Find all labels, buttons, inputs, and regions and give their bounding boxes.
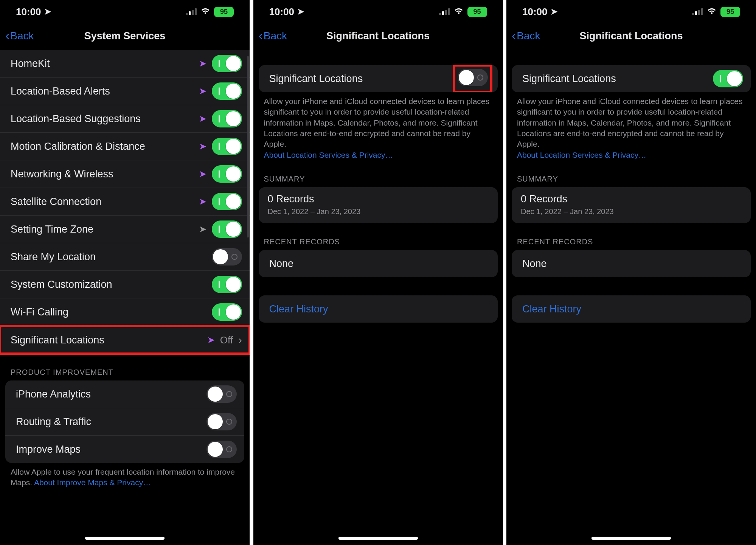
privacy-link[interactable]: About Location Services & Privacy… bbox=[264, 151, 393, 159]
cellular-icon bbox=[692, 8, 703, 15]
battery-icon: 95 bbox=[467, 7, 487, 17]
summary-count: 0 Records bbox=[521, 193, 742, 206]
toggle[interactable] bbox=[212, 165, 242, 183]
row-location-based-suggestions[interactable]: Location-Based Suggestions ➤ bbox=[0, 105, 250, 133]
row-summary[interactable]: 0 Records Dec 1, 2022 – Jan 23, 2023 bbox=[259, 187, 498, 223]
back-button[interactable]: ‹ Back bbox=[259, 30, 287, 42]
row-significant-locations[interactable]: Significant Locations ➤ Off › bbox=[0, 326, 250, 354]
toggle[interactable] bbox=[206, 441, 237, 458]
scrollbar[interactable] bbox=[247, 56, 249, 238]
row-label: Significant Locations bbox=[522, 73, 616, 85]
row-label: iPhone Analytics bbox=[16, 388, 91, 400]
home-indicator[interactable] bbox=[591, 537, 671, 540]
section-footer: Allow Apple to use your frequent locatio… bbox=[0, 463, 250, 488]
location-arrow-icon: ➤ bbox=[199, 224, 206, 234]
row-recent-none: None bbox=[512, 250, 751, 277]
recent-records-section: RECENT RECORDS None bbox=[506, 234, 756, 277]
row-label: Location-Based Alerts bbox=[11, 85, 110, 97]
row-label: Satellite Connection bbox=[11, 196, 101, 208]
toggle[interactable] bbox=[458, 69, 488, 86]
location-icon: ➤ bbox=[551, 7, 557, 17]
section-description: Allow your iPhone and iCloud connected d… bbox=[253, 92, 503, 160]
clear-history-button[interactable]: Clear History bbox=[512, 295, 751, 323]
wifi-icon bbox=[707, 6, 717, 17]
location-arrow-icon: ➤ bbox=[199, 196, 206, 207]
section-header: PRODUCT IMPROVEMENT bbox=[0, 364, 250, 380]
summary-dates: Dec 1, 2022 – Jan 23, 2023 bbox=[268, 207, 489, 216]
nav-bar: ‹ Back Significant Locations bbox=[253, 25, 503, 47]
privacy-link[interactable]: About Improve Maps & Privacy… bbox=[34, 478, 151, 487]
back-button[interactable]: ‹ Back bbox=[512, 30, 540, 42]
back-button[interactable]: ‹ Back bbox=[5, 30, 34, 42]
location-icon: ➤ bbox=[297, 7, 304, 17]
sigloc-toggle-section: Significant Locations Allow your iPhone … bbox=[253, 65, 503, 160]
screen-system-services: 10:00 ➤ 95 ‹ Back System Services bbox=[0, 0, 250, 545]
row-motion-calibration[interactable]: Motion Calibration & Distance ➤ bbox=[0, 133, 250, 160]
row-system-customization[interactable]: System Customization bbox=[0, 271, 250, 298]
row-homekit[interactable]: HomeKit ➤ bbox=[0, 50, 250, 78]
row-wifi-calling[interactable]: Wi-Fi Calling bbox=[0, 298, 250, 326]
row-share-my-location[interactable]: Share My Location bbox=[0, 243, 250, 271]
row-significant-locations-toggle[interactable]: Significant Locations bbox=[259, 65, 498, 92]
toggle[interactable] bbox=[206, 385, 237, 403]
row-label: System Customization bbox=[11, 279, 112, 290]
product-improvement-section: PRODUCT IMPROVEMENT iPhone Analytics Rou… bbox=[0, 364, 250, 488]
row-satellite-connection[interactable]: Satellite Connection ➤ bbox=[0, 188, 250, 216]
toggle[interactable] bbox=[212, 110, 242, 127]
privacy-link[interactable]: About Location Services & Privacy… bbox=[517, 151, 646, 159]
section-header: RECENT RECORDS bbox=[506, 234, 756, 250]
row-label: Significant Locations bbox=[11, 334, 104, 346]
highlight-box bbox=[455, 67, 490, 91]
cellular-icon bbox=[186, 8, 197, 15]
home-indicator[interactable] bbox=[338, 537, 418, 540]
row-improve-maps[interactable]: Improve Maps bbox=[5, 436, 244, 463]
section-header: SUMMARY bbox=[253, 171, 503, 187]
location-arrow-icon: ➤ bbox=[199, 86, 206, 96]
row-value: Off bbox=[220, 334, 233, 346]
screen-significant-locations-off: 10:00 ➤ 95 ‹ Back Significant Locations bbox=[253, 0, 503, 545]
row-iphone-analytics[interactable]: iPhone Analytics bbox=[5, 380, 244, 408]
location-icon: ➤ bbox=[44, 7, 51, 17]
row-label: Clear History bbox=[522, 303, 581, 315]
row-label: None bbox=[269, 258, 294, 270]
toggle[interactable] bbox=[713, 70, 743, 87]
toggle[interactable] bbox=[212, 193, 242, 210]
toggle[interactable] bbox=[212, 138, 242, 155]
summary-count: 0 Records bbox=[268, 193, 489, 206]
clear-history-button[interactable]: Clear History bbox=[259, 295, 498, 323]
toggle[interactable] bbox=[212, 303, 242, 321]
wifi-icon bbox=[200, 6, 210, 17]
summary-section: SUMMARY 0 Records Dec 1, 2022 – Jan 23, … bbox=[253, 171, 503, 223]
summary-dates: Dec 1, 2022 – Jan 23, 2023 bbox=[521, 207, 742, 216]
screen-significant-locations-on: 10:00 ➤ 95 ‹ Back Significant Locations bbox=[506, 0, 756, 545]
row-setting-time-zone[interactable]: Setting Time Zone ➤ bbox=[0, 216, 250, 243]
cellular-icon bbox=[439, 8, 450, 15]
status-time: 10:00 bbox=[522, 6, 548, 18]
row-significant-locations-toggle[interactable]: Significant Locations bbox=[512, 65, 751, 92]
toggle[interactable] bbox=[212, 55, 242, 72]
section-description: Allow your iPhone and iCloud connected d… bbox=[506, 92, 756, 160]
section-header: RECENT RECORDS bbox=[253, 234, 503, 250]
row-label: Significant Locations bbox=[269, 73, 363, 85]
toggle[interactable] bbox=[212, 248, 242, 266]
nav-title: Significant Locations bbox=[506, 30, 756, 42]
wifi-icon bbox=[454, 6, 464, 17]
row-location-based-alerts[interactable]: Location-Based Alerts ➤ bbox=[0, 78, 250, 105]
nav-title: System Services bbox=[0, 30, 250, 42]
toggle[interactable] bbox=[212, 276, 242, 293]
toggle[interactable] bbox=[212, 82, 242, 100]
toggle[interactable] bbox=[212, 220, 242, 238]
location-arrow-icon: ➤ bbox=[199, 141, 206, 152]
row-networking-wireless[interactable]: Networking & Wireless ➤ bbox=[0, 160, 250, 188]
nav-title: Significant Locations bbox=[253, 30, 503, 42]
row-summary[interactable]: 0 Records Dec 1, 2022 – Jan 23, 2023 bbox=[512, 187, 751, 223]
location-arrow-icon: ➤ bbox=[207, 335, 215, 345]
home-indicator[interactable] bbox=[85, 537, 165, 540]
recent-records-section: RECENT RECORDS None bbox=[253, 234, 503, 277]
row-routing-traffic[interactable]: Routing & Traffic bbox=[5, 408, 244, 436]
section-header: SUMMARY bbox=[506, 171, 756, 187]
row-recent-none: None bbox=[259, 250, 498, 277]
battery-icon: 95 bbox=[214, 7, 234, 17]
row-label: Wi-Fi Calling bbox=[11, 306, 68, 318]
toggle[interactable] bbox=[206, 413, 237, 430]
